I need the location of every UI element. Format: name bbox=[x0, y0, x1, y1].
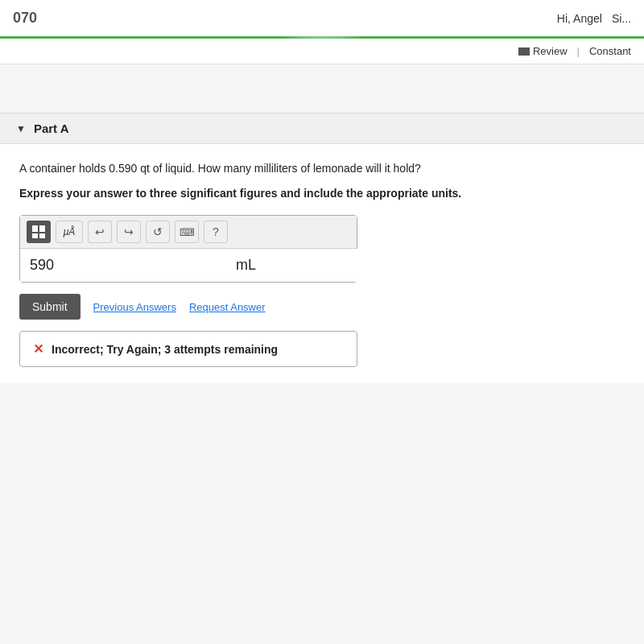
greeting-text: Hi, Angel bbox=[557, 12, 602, 25]
incorrect-icon: ✕ bbox=[33, 341, 43, 357]
question-instruction: Express your answer to three significant… bbox=[19, 185, 625, 202]
answer-box: μÅ ↩ ↪ ↺ ⌨ ? bbox=[19, 215, 357, 283]
refresh-button[interactable]: ↺ bbox=[146, 221, 170, 243]
sign-out-text: Si... bbox=[612, 12, 631, 25]
submit-button[interactable]: Submit bbox=[19, 294, 80, 320]
answer-unit-input[interactable] bbox=[226, 249, 432, 282]
incorrect-text: Incorrect; Try Again; 3 attempts remaini… bbox=[52, 343, 278, 356]
part-toggle[interactable]: ▼ bbox=[16, 123, 26, 134]
question-area: A container holds 0.590 qt of liquid. Ho… bbox=[0, 144, 644, 383]
answer-toolbar: μÅ ↩ ↪ ↺ ⌨ ? bbox=[20, 216, 357, 249]
redo-button[interactable]: ↪ bbox=[117, 221, 141, 243]
top-bar: 070 Hi, Angel Si... bbox=[0, 0, 644, 39]
mu-button[interactable]: μÅ bbox=[56, 221, 83, 243]
submit-row: Submit Previous Answers Request Answer bbox=[19, 294, 625, 320]
separator: | bbox=[577, 45, 580, 57]
part-title: Part A bbox=[34, 122, 69, 135]
undo-button[interactable]: ↩ bbox=[88, 221, 112, 243]
spacer bbox=[0, 64, 644, 113]
top-bar-right: Hi, Angel Si... bbox=[557, 12, 631, 25]
answer-value-input[interactable] bbox=[20, 249, 226, 282]
previous-answers-button[interactable]: Previous Answers bbox=[93, 301, 176, 313]
question-text: A container holds 0.590 qt of liquid. Ho… bbox=[19, 160, 625, 177]
review-icon bbox=[518, 47, 530, 56]
incorrect-box: ✕ Incorrect; Try Again; 3 attempts remai… bbox=[19, 331, 357, 367]
keyboard-button[interactable]: ⌨ bbox=[175, 221, 199, 243]
constants-link[interactable]: Constant bbox=[589, 45, 631, 57]
answer-fields bbox=[20, 249, 357, 282]
part-section: ▼ Part A bbox=[0, 113, 644, 144]
request-answer-button[interactable]: Request Answer bbox=[189, 301, 266, 313]
score-label: 070 bbox=[13, 10, 37, 27]
grid-button[interactable] bbox=[27, 221, 51, 243]
sub-header: Review | Constant bbox=[0, 39, 644, 64]
help-button[interactable]: ? bbox=[204, 221, 228, 243]
grid-icon bbox=[32, 225, 45, 238]
review-link[interactable]: Review bbox=[518, 45, 568, 57]
keyboard-icon: ⌨ bbox=[180, 226, 195, 238]
